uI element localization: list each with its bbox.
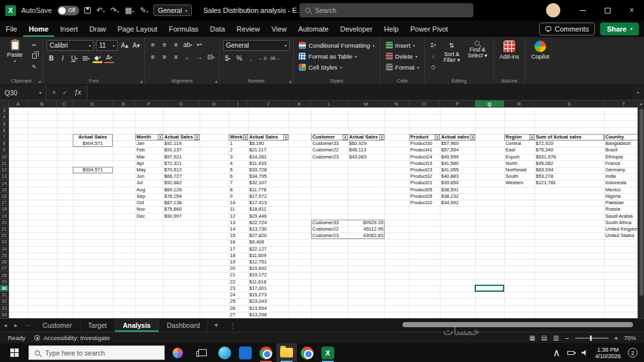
row-header-5[interactable]: 5 [0,120,9,127]
zoom-slider-handle[interactable] [590,336,592,341]
cell-styles-button[interactable]: Cell Styles▾ [297,62,377,72]
cell-L9[interactable]: Customer22 [311,147,348,153]
expand-formula-bar-icon[interactable]: ▾ [632,85,644,100]
cell-T15[interactable]: Mexico [604,187,638,193]
filter-button[interactable]: ▾ [529,135,535,140]
row-header-13[interactable]: 13 [0,173,9,180]
menu-tab-help[interactable]: Help [378,21,404,37]
cell-I20[interactable]: 13 [229,220,248,226]
cell-T22[interactable]: United States [604,233,638,239]
taskbar-mail-icon[interactable] [235,343,256,362]
cell-G13[interactable]: $66,727 [163,173,200,180]
cell-R10[interactable]: Export [504,154,535,160]
cell-I17[interactable]: 10 [229,200,248,206]
row-header-4[interactable]: 4 [0,114,9,120]
page-layout-view-icon[interactable]: ▤ [541,334,547,341]
cell-J20[interactable]: $22,724 [248,220,289,226]
cell-I32[interactable]: 25 [229,298,248,305]
cell-M7[interactable]: Actual Sales▾ [348,134,384,140]
percent-style-icon[interactable]: % [234,53,244,63]
taskbar-chrome2-icon[interactable] [297,343,317,362]
cell-F19[interactable]: Dec [135,213,163,220]
cell-I29[interactable]: 22 [229,279,248,285]
column-header-C[interactable]: C [57,100,73,108]
cell-L8[interactable]: Customer33 [311,140,348,147]
cell-R11[interactable]: North [504,160,535,167]
cell-P11[interactable]: $41,580 [440,160,475,167]
cell-G10[interactable]: $97,921 [163,154,200,160]
cell-J23[interactable]: $9,408 [248,239,289,245]
cell-T20[interactable]: South Africa [604,220,638,226]
addins-button[interactable]: Add-ins [497,40,522,76]
cell-T17[interactable]: Pakistan [604,200,638,206]
filter-button[interactable]: ▾ [194,135,200,140]
select-all-corner[interactable] [0,100,9,108]
column-header-E[interactable]: E [113,100,135,108]
format-painter-button[interactable]: ✎ [29,62,39,71]
row-header-3[interactable]: 3 [0,108,9,114]
decrease-indent-icon[interactable]: ← [183,52,193,62]
cell-S7[interactable]: Sum of Actual sales [535,134,604,140]
cell-F8[interactable]: Jan [135,140,163,147]
row-header-12[interactable]: 12 [0,167,9,173]
column-header-H[interactable]: H [200,100,229,108]
cell-F11[interactable]: Apr [135,160,163,167]
cell-O17[interactable]: Product10 [409,200,440,206]
comments-button[interactable]: Comments [539,23,595,35]
cell-T13[interactable]: India [604,173,638,180]
number-format-dropdown[interactable]: General▾ [223,40,290,51]
align-bottom-icon[interactable]: ≡ [171,40,181,50]
insert-cells-button[interactable]: Insert▾ [384,40,421,50]
format-as-table-button[interactable]: Format as Table▾ [297,51,377,61]
start-button[interactable] [0,343,28,362]
number-dialog-launcher[interactable]: ◢ [289,79,291,83]
cell-G9[interactable]: $91,137 [163,147,200,153]
align-left-icon[interactable]: ≡ [148,52,158,62]
conditional-formatting-button[interactable]: Conditional Formatting▾ [297,40,377,50]
cell-T7[interactable]: Country [604,134,638,140]
cell-F16[interactable]: Sep [135,193,163,200]
active-cell[interactable] [475,285,504,292]
cell-L7[interactable]: Customer▾ [311,134,348,140]
filter-button[interactable]: ▾ [379,135,384,140]
task-view-icon[interactable] [198,349,207,356]
cell-G18[interactable]: $75,660 [163,206,200,213]
sort-filter-button[interactable]: ⇅ Sort & Filter ▾ [441,40,463,76]
cell-F18[interactable]: Nov [135,206,163,213]
cell-R7[interactable]: Region▾ [504,134,535,140]
cell-P17[interactable]: $34,992 [440,200,475,206]
cell-T16[interactable]: Nigeria [604,193,638,200]
align-top-icon[interactable]: ≡ [148,40,158,50]
cell-G7[interactable]: Actual Sales▾ [163,134,200,140]
align-middle-icon[interactable]: ≡ [160,40,169,50]
merge-center-icon[interactable]: ⊟▾ [206,52,216,62]
row-header-30[interactable]: 30 [0,285,9,292]
cell-J13[interactable]: $34,795 [248,173,289,180]
cortana-icon[interactable] [173,348,183,358]
battery-icon[interactable] [567,351,574,355]
cell-T18[interactable]: Russia [604,206,638,213]
cell-M20[interactable]: 60929.15 [348,220,384,226]
cell-J7[interactable]: Actual Sales▾ [248,134,289,140]
cell-F13[interactable]: Jun [135,173,163,180]
cell-J9[interactable]: $21,117 [248,147,289,153]
cell-P15[interactable]: $38,591 [440,187,475,193]
cancel-icon[interactable]: × [52,89,56,96]
cell-J12[interactable]: $33,728 [248,167,289,173]
cell-I14[interactable]: 7 [229,180,248,186]
cell-L22[interactable]: Customer23 [311,233,348,239]
find-select-button[interactable]: Find & Select ▾ [465,40,489,76]
column-header-Q[interactable]: Q [475,100,504,108]
underline-button[interactable]: U▾ [70,53,79,63]
column-header-M[interactable]: M [348,100,384,108]
cell-J10[interactable]: $14,261 [248,154,289,160]
taskbar-chrome-icon[interactable] [256,343,276,362]
cell-J28[interactable]: $19,172 [248,272,289,278]
decrease-font-icon[interactable]: A▾ [131,41,141,50]
tray-expand-icon[interactable]: ∧ [553,347,560,359]
cell-T10[interactable]: Ethiopia [604,154,638,160]
copy-button[interactable] [29,51,39,61]
tab-options-icon[interactable]: ⋮ [224,319,242,332]
row-header-19[interactable]: 19 [0,213,9,220]
column-header-S[interactable]: S [535,100,604,108]
